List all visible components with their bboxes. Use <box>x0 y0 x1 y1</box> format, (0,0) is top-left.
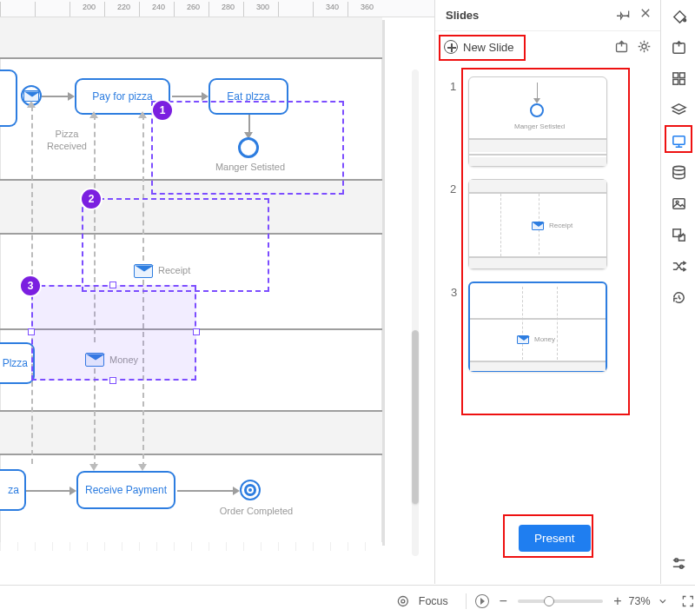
svg-point-3 <box>642 44 646 49</box>
history-icon[interactable] <box>661 282 695 313</box>
slide-thumbnail[interactable]: 2 Receipt <box>468 179 607 269</box>
scrollbar-thumb[interactable] <box>412 330 419 504</box>
fullscreen-icon[interactable] <box>681 594 695 608</box>
slide-badge: 3 <box>21 276 40 295</box>
shuffle-icon[interactable] <box>661 250 695 282</box>
lane-separator <box>0 454 382 455</box>
zoom-slider[interactable] <box>518 599 603 603</box>
arrowhead-icon <box>202 92 208 101</box>
flow-arrow <box>42 96 70 97</box>
slide-thumbnail-selected[interactable]: 3 Money <box>468 282 607 372</box>
zoom-in-button[interactable]: + <box>613 593 621 609</box>
flow-arrow <box>26 490 71 492</box>
svg-rect-10 <box>672 136 684 144</box>
resize-handle[interactable] <box>193 328 200 335</box>
arrowhead-icon <box>233 487 240 495</box>
layers-icon[interactable] <box>661 94 695 125</box>
gear-icon[interactable] <box>637 39 652 57</box>
status-mode: Focus <box>419 595 448 607</box>
lane-shade <box>0 17 382 59</box>
arrowhead-icon <box>70 487 76 495</box>
slide-number: 2 <box>450 182 456 195</box>
extend-icon[interactable] <box>661 219 695 250</box>
export-icon[interactable] <box>614 39 629 57</box>
play-icon[interactable] <box>475 594 489 608</box>
chevron-down-icon[interactable] <box>656 594 670 608</box>
database-icon[interactable] <box>661 156 695 188</box>
arrowhead-icon <box>138 464 147 471</box>
status-bar: Focus − + 73% <box>0 585 695 616</box>
arrowhead-icon <box>89 111 98 118</box>
svg-point-4 <box>683 18 685 21</box>
slide-region-3-selected[interactable] <box>31 285 196 381</box>
diagram-canvas[interactable]: 200 220 240 260 280 300 340 360 <box>0 0 434 584</box>
zoom-slider-knob[interactable] <box>544 596 554 606</box>
svg-point-21 <box>398 596 407 606</box>
zoom-out-button[interactable]: − <box>500 593 507 609</box>
slide-number: 3 <box>451 286 457 299</box>
slide-region-2[interactable] <box>82 198 269 292</box>
svg-rect-12 <box>672 198 684 208</box>
slide-thumbnails: 1 Manger Setisted 2 Receipt <box>468 76 637 384</box>
svg-point-11 <box>672 166 684 170</box>
resize-handle[interactable] <box>109 377 116 384</box>
grid-icon[interactable] <box>661 63 695 94</box>
pin-icon[interactable] <box>617 7 631 23</box>
flow-arrow <box>177 490 235 492</box>
task-truncated[interactable]: za <box>0 469 26 511</box>
canvas-grid <box>0 542 382 551</box>
task-pizza-truncated[interactable]: Plzza <box>0 342 35 384</box>
flow-arrow <box>172 96 203 97</box>
zoom-value: 73% <box>629 595 651 607</box>
right-tool-rail <box>660 0 695 584</box>
horizontal-ruler: 200 220 240 260 280 300 340 360 <box>0 0 434 17</box>
lane-separator <box>0 57 382 59</box>
message-flow <box>94 368 96 467</box>
svg-rect-7 <box>679 72 685 77</box>
slides-panel: Slides New Slide <box>434 0 660 584</box>
arrowhead-icon <box>89 464 98 471</box>
flow-label: Pizza Received <box>36 129 97 153</box>
arrowhead-icon <box>27 101 36 108</box>
svg-rect-8 <box>672 79 678 84</box>
canvas-scrollbar[interactable] <box>412 70 419 556</box>
slide-badge: 2 <box>82 189 101 209</box>
lane-shade <box>0 412 382 455</box>
task-label: Plzza <box>3 357 28 369</box>
task-truncated[interactable] <box>0 70 17 127</box>
event-label: Order Completed <box>208 506 304 518</box>
export-panel-icon[interactable] <box>661 31 695 63</box>
new-slide-label: New Slide <box>463 41 514 54</box>
settings-sliders-icon[interactable] <box>661 547 695 579</box>
slide-badge: 1 <box>153 101 172 120</box>
panel-title: Slides <box>446 9 479 22</box>
panel-header: Slides <box>435 0 660 31</box>
new-slide-button[interactable]: New Slide <box>444 40 514 54</box>
slide-thumbnail[interactable]: 1 Manger Setisted <box>468 76 607 167</box>
arrowhead-icon <box>138 111 147 118</box>
task-receive-payment[interactable]: Receive Payment <box>76 471 175 509</box>
svg-rect-6 <box>672 72 678 77</box>
slide-number: 1 <box>450 80 456 93</box>
plus-icon <box>444 40 458 54</box>
image-icon[interactable] <box>661 188 695 219</box>
resize-handle[interactable] <box>109 282 116 288</box>
slide-region-1[interactable] <box>151 101 344 195</box>
arrowhead-icon <box>68 92 75 101</box>
present-button[interactable]: Present <box>519 525 591 552</box>
task-label: Pay for pizza <box>92 90 152 103</box>
svg-point-22 <box>401 599 405 603</box>
target-icon[interactable] <box>396 594 410 608</box>
task-label: Receive Payment <box>85 484 167 496</box>
close-icon[interactable] <box>639 7 652 22</box>
lane-separator <box>0 410 382 412</box>
end-event-terminate[interactable] <box>240 480 261 500</box>
resize-handle[interactable] <box>28 328 35 335</box>
paint-bucket-icon[interactable] <box>661 0 695 31</box>
svg-rect-9 <box>679 79 685 84</box>
slides-icon[interactable] <box>661 125 695 156</box>
task-label: za <box>8 484 19 496</box>
panel-toolbar: New Slide <box>435 31 660 63</box>
